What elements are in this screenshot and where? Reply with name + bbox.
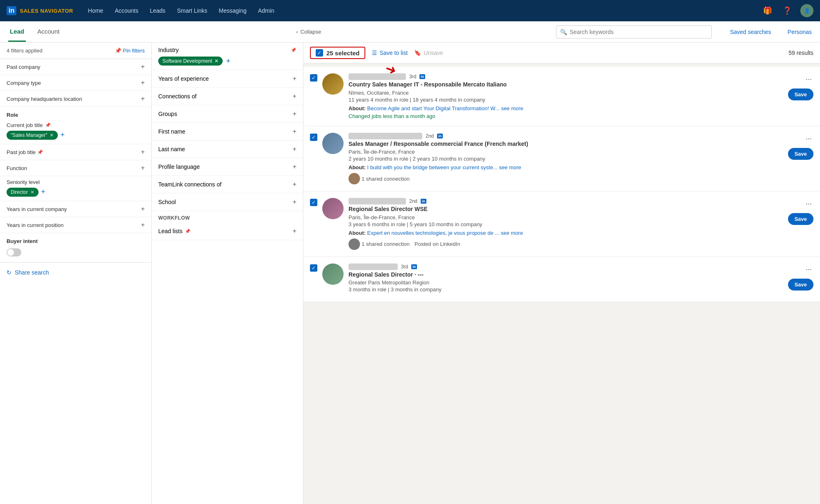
card-checkbox-1[interactable]: ✓: [310, 74, 317, 82]
industry-pin-icon: 📌: [291, 48, 296, 53]
nav-messaging[interactable]: Messaging: [214, 5, 252, 16]
see-more-link-1[interactable]: see more: [501, 105, 523, 111]
left-filter-sidebar: 4 filters applied 📌 Pin filters Past com…: [0, 43, 152, 504]
current-job-pin-icon: 📌: [45, 123, 51, 128]
filter-school[interactable]: School +: [152, 193, 303, 211]
shared-connection-avatar-3: [348, 238, 360, 250]
workflow-section-label: Workflow: [152, 211, 303, 222]
card-checkbox-4[interactable]: ✓: [310, 264, 317, 272]
help-icon[interactable]: ❓: [781, 4, 794, 17]
gift-icon[interactable]: 🎁: [761, 4, 774, 17]
nav-home[interactable]: Home: [83, 5, 108, 16]
lead-lists-label: Lead lists: [158, 228, 182, 234]
tab-account[interactable]: Account: [36, 22, 61, 42]
collapse-chevron-icon: ‹: [296, 29, 298, 35]
filter-last-name[interactable]: Last name +: [152, 141, 303, 158]
nav-admin[interactable]: Admin: [253, 5, 279, 16]
add-job-title-icon[interactable]: +: [60, 131, 65, 140]
software-dev-remove-icon[interactable]: ✕: [214, 58, 219, 64]
director-tag[interactable]: Director ✕: [7, 188, 39, 197]
save-to-list-button[interactable]: ☰ Save to list: [372, 50, 408, 56]
filter-lead-lists[interactable]: Lead lists 📌 +: [152, 222, 303, 240]
filter-years-company[interactable]: Years in current company +: [0, 201, 151, 217]
function-label: Function: [7, 165, 27, 171]
personas-link[interactable]: Personas: [788, 29, 812, 35]
sales-manager-tag[interactable]: "Sales Manager" ✕: [7, 131, 58, 140]
first-name-label: First name: [158, 128, 185, 135]
function-add-icon: +: [141, 164, 145, 172]
shared-connection-count-2: 1 shared connection: [362, 176, 410, 182]
filter-past-company[interactable]: Past company +: [0, 59, 151, 75]
card-save-button-4[interactable]: Save: [788, 279, 813, 291]
share-search-button[interactable]: ↻ Share search: [7, 269, 145, 276]
filter-function[interactable]: Function +: [0, 160, 151, 176]
card-more-options-4[interactable]: ···: [804, 263, 813, 275]
nav-leads[interactable]: Leads: [145, 5, 170, 16]
filter-years-position[interactable]: Years in current position +: [0, 217, 151, 233]
filter-first-name[interactable]: First name +: [152, 123, 303, 141]
sales-manager-remove-icon[interactable]: ✕: [50, 132, 54, 138]
years-position-label: Years in current position: [7, 222, 64, 228]
card-save-button-3[interactable]: Save: [788, 213, 813, 225]
card-tenure-3: 3 years 6 months in role | 5 years 10 mo…: [348, 221, 783, 227]
filter-connections-of[interactable]: Connections of +: [152, 88, 303, 105]
user-avatar[interactable]: 👤: [800, 4, 813, 17]
groups-label: Groups: [158, 111, 177, 117]
tab-lead[interactable]: Lead: [8, 22, 26, 42]
result-card: ✓ 2nd in Regional Sales Director WSE Par…: [303, 191, 820, 257]
card-save-button-1[interactable]: Save: [788, 89, 813, 100]
director-remove-icon[interactable]: ✕: [30, 189, 34, 195]
collapse-button[interactable]: ‹ Collapse: [292, 26, 325, 37]
nav-accounts[interactable]: Accounts: [110, 5, 144, 16]
unsave-button[interactable]: 🔖 Unsave: [414, 50, 443, 56]
card-name-row-1: 3rd in: [348, 73, 783, 80]
selected-count-label: 25 selected: [326, 50, 360, 57]
selected-bar: ✓ 25 selected ☰ Save to list 🔖 Unsave 59…: [303, 43, 820, 64]
card-checkbox-2[interactable]: ✓: [310, 134, 317, 141]
filter-years-experience[interactable]: Years of experience +: [152, 70, 303, 88]
logo[interactable]: in SALES NAVIGATOR: [7, 6, 73, 15]
card-name-row-4: 3rd in: [348, 263, 783, 270]
card-degree-4: 3rd: [401, 264, 408, 270]
filter-company-type[interactable]: Company type +: [0, 75, 151, 91]
card-content-3: 2nd in Regional Sales Director WSE Paris…: [348, 198, 783, 250]
years-experience-label: Years of experience: [158, 75, 209, 82]
card-location-4: Greater Paris Metropolitan Region: [348, 279, 783, 286]
filter-company-hq[interactable]: Company headquarters location +: [0, 91, 151, 107]
card-avatar-4: [322, 263, 344, 285]
filter-groups[interactable]: Groups +: [152, 105, 303, 123]
buyer-intent-toggle[interactable]: [7, 248, 21, 257]
card-save-button-2[interactable]: Save: [788, 148, 813, 160]
see-more-link-3[interactable]: see more: [501, 230, 523, 236]
filter-profile-language[interactable]: Profile language +: [152, 158, 303, 176]
card-changed-jobs-1: Changed jobs less than a month ago: [348, 113, 783, 119]
card-more-options-1[interactable]: ···: [804, 73, 813, 85]
nav-smart-links[interactable]: Smart Links: [172, 5, 212, 16]
pin-filters-label: Pin filters: [123, 48, 145, 54]
software-dev-label: Software Development: [162, 58, 212, 64]
add-seniority-icon[interactable]: +: [41, 188, 46, 197]
software-dev-tag[interactable]: Software Development ✕: [158, 57, 223, 66]
add-industry-icon[interactable]: +: [226, 57, 230, 66]
card-more-options-3[interactable]: ···: [804, 198, 813, 210]
school-label: School: [158, 199, 176, 205]
card-more-options-2[interactable]: ···: [804, 133, 813, 145]
see-more-link-2[interactable]: see more: [499, 164, 521, 170]
result-card: ✓ 2nd in Sales Manager / Responsable com…: [303, 126, 820, 192]
pin-filters-button[interactable]: 📌 Pin filters: [115, 48, 145, 54]
connections-add-icon: +: [293, 93, 296, 100]
middle-filter-panel: Industry 📌 Software Development ✕ + Year…: [152, 43, 303, 504]
buyer-intent-toggle-row: [0, 246, 151, 259]
filter-teamlink[interactable]: TeamLink connections of +: [152, 176, 303, 193]
saved-searches-link[interactable]: Saved searches: [730, 29, 771, 35]
card-checkbox-3[interactable]: ✓: [310, 199, 317, 206]
card-tenure-2: 2 years 10 months in role | 2 years 10 m…: [348, 156, 783, 162]
unsave-label: Unsave: [424, 50, 443, 56]
search-keywords-input[interactable]: [556, 25, 712, 39]
shared-connection-2: 1 shared connection: [348, 173, 410, 184]
select-all-checkbox[interactable]: ✓: [316, 49, 323, 57]
industry-header-row: Industry 📌: [158, 47, 296, 53]
filter-past-job-title[interactable]: Past job title 📌 +: [0, 144, 151, 160]
card-avatar-1: [322, 73, 344, 95]
card-tenure-1: 11 years 4 months in role | 18 years 4 m…: [348, 97, 783, 103]
